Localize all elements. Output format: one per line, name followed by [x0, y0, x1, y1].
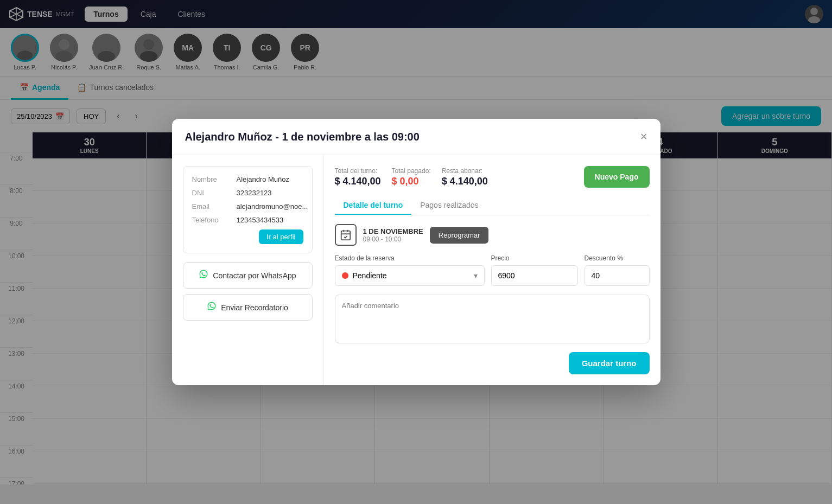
profile-button[interactable]: Ir al perfil	[259, 229, 303, 244]
dni-label: DNI	[192, 189, 230, 197]
dni-value: 323232123	[237, 189, 272, 197]
email-label: Email	[192, 202, 230, 210]
info-row-nombre: Nombre Alejandro Muñoz	[192, 175, 303, 183]
reminder-button[interactable]: Enviar Recordatorio	[183, 294, 313, 321]
svg-rect-14	[341, 231, 350, 240]
estado-field-group: Estado de la reserva Pendiente ▾	[335, 254, 485, 286]
resta-abonar-item: Resta abonar: $ 4.140,00	[442, 167, 488, 187]
descuento-input[interactable]	[585, 265, 650, 286]
modal-body: Nombre Alejandro Muñoz DNI 323232123 Ema…	[172, 155, 660, 385]
precio-input[interactable]	[491, 265, 578, 286]
appointment-modal: Alejandro Muñoz - 1 de noviembre a las 0…	[172, 119, 660, 385]
info-row-telefono: Teléfono 123453434533	[192, 216, 303, 224]
appointment-calendar-icon	[335, 224, 357, 246]
precio-field-group: Precio	[491, 254, 578, 286]
resta-abonar-label: Resta abonar:	[442, 167, 488, 175]
modal-close-button[interactable]: ×	[640, 130, 647, 144]
fields-row: Estado de la reserva Pendiente ▾ Precio …	[335, 254, 650, 286]
whatsapp-icon	[199, 269, 208, 282]
modal-header: Alejandro Muñoz - 1 de noviembre a las 0…	[172, 119, 660, 155]
reminder-icon	[207, 301, 217, 314]
chevron-down-icon: ▾	[474, 271, 478, 280]
total-turno-value: $ 4.140,00	[335, 176, 381, 187]
estado-select[interactable]: Pendiente ▾	[335, 265, 485, 286]
guardar-turno-button[interactable]: Guardar turno	[569, 352, 650, 374]
comment-textarea[interactable]	[342, 302, 643, 334]
nombre-value: Alejandro Muñoz	[237, 175, 290, 183]
info-row-dni: DNI 323232123	[192, 189, 303, 197]
descuento-field-group: Descuento %	[585, 254, 650, 286]
total-pagado-label: Total pagado:	[392, 167, 431, 175]
payment-summary: Total del turno: $ 4.140,00 Total pagado…	[335, 166, 650, 188]
reprogramar-button[interactable]: Reprogramar	[430, 227, 489, 244]
info-row-email: Email alejandromuno@noe...	[192, 202, 303, 210]
reminder-label: Enviar Recordatorio	[221, 303, 288, 312]
modal-title: Alejandro Muñoz - 1 de noviembre a las 0…	[185, 131, 420, 143]
appointment-datetime: 1 DE NOVIEMBRE 09:00 - 10:00	[363, 227, 423, 243]
estado-label: Estado de la reserva	[335, 254, 485, 262]
email-value: alejandromuno@noe...	[237, 202, 308, 210]
profile-link-row: Ir al perfil	[192, 229, 303, 244]
total-turno-label: Total del turno:	[335, 167, 381, 175]
client-info-card: Nombre Alejandro Muñoz DNI 323232123 Ema…	[183, 166, 313, 253]
nuevo-pago-button[interactable]: Nuevo Pago	[584, 166, 650, 188]
total-pagado-value: $ 0,00	[392, 176, 431, 187]
detail-tabs: Detalle del turno Pagos realizados	[335, 196, 650, 215]
client-panel: Nombre Alejandro Muñoz DNI 323232123 Ema…	[172, 155, 324, 385]
total-turno-item: Total del turno: $ 4.140,00	[335, 167, 381, 187]
appointment-detail-panel: Total del turno: $ 4.140,00 Total pagado…	[324, 155, 660, 385]
nombre-label: Nombre	[192, 175, 230, 183]
appt-date: 1 DE NOVIEMBRE	[363, 227, 423, 235]
modal-overlay[interactable]: Alejandro Muñoz - 1 de noviembre a las 0…	[0, 0, 832, 484]
telefono-label: Teléfono	[192, 216, 230, 224]
comment-area	[335, 295, 650, 343]
tab-pagos-realizados[interactable]: Pagos realizados	[411, 196, 487, 215]
precio-label: Precio	[491, 254, 578, 262]
appt-time: 09:00 - 10:00	[363, 235, 423, 243]
tab-detalle-turno[interactable]: Detalle del turno	[335, 196, 412, 215]
whatsapp-label: Contactar por WhatsApp	[213, 271, 296, 280]
whatsapp-button[interactable]: Contactar por WhatsApp	[183, 262, 313, 289]
estado-value: Pendiente	[353, 271, 387, 280]
appointment-row: 1 DE NOVIEMBRE 09:00 - 10:00 Reprogramar	[335, 224, 650, 246]
save-row: Guardar turno	[335, 352, 650, 374]
telefono-value: 123453434533	[237, 216, 284, 224]
total-pagado-item: Total pagado: $ 0,00	[392, 167, 431, 187]
pendiente-dot	[342, 272, 348, 279]
descuento-label: Descuento %	[585, 254, 650, 262]
resta-abonar-value: $ 4.140,00	[442, 176, 488, 187]
